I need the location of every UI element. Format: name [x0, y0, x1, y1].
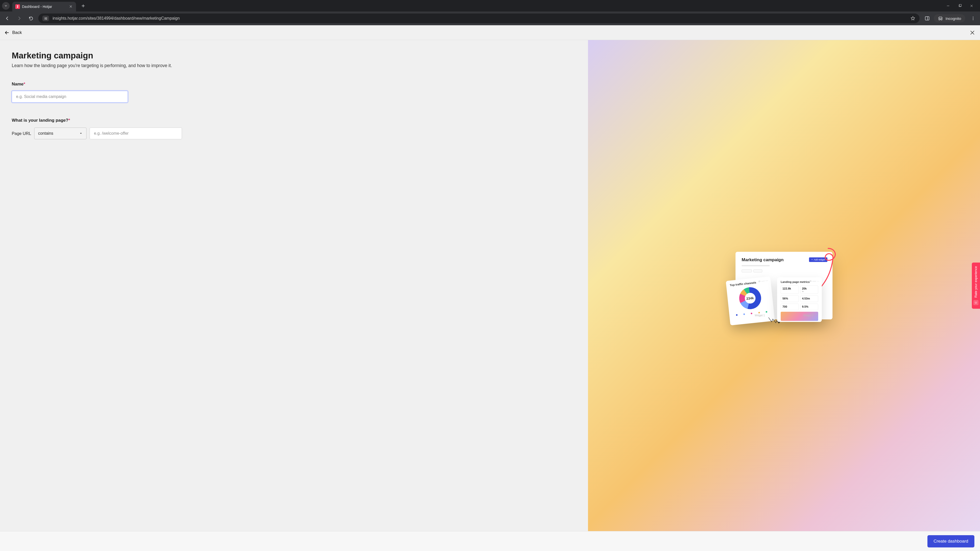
metric-sub: %	[802, 291, 817, 292]
metric-cell: 4.53m	[800, 295, 818, 302]
nav-reload-button[interactable]	[27, 14, 35, 23]
preview-footer: Widget 1 Widget 2	[735, 314, 832, 317]
reload-icon	[29, 16, 33, 21]
preview-chip	[753, 269, 762, 272]
name-input[interactable]	[12, 91, 128, 103]
svg-point-7	[973, 18, 974, 19]
page-title: Marketing campaign	[12, 51, 576, 60]
bookmark-button[interactable]	[910, 16, 915, 21]
metric-value: 9.5%	[802, 305, 817, 308]
window-maximize-button[interactable]	[958, 3, 962, 8]
svg-point-4	[46, 19, 47, 20]
preview-donut-card: Top traffic channels ⟳ ── ⋯ 234k	[726, 276, 775, 325]
svg-point-2	[46, 17, 47, 18]
close-icon	[970, 4, 974, 8]
svg-point-3	[45, 18, 46, 19]
panel-icon	[924, 16, 930, 21]
arrow-left-icon	[4, 30, 10, 35]
window-minimize-button[interactable]	[946, 3, 950, 8]
incognito-indicator[interactable]: Incognito	[934, 14, 965, 22]
smile-icon: ☺	[974, 300, 978, 305]
address-bar[interactable]: insights.hotjar.com/sites/3814994/dashbo…	[38, 14, 920, 23]
window-controls	[946, 3, 978, 8]
feedback-label: Rate your experience	[974, 266, 978, 298]
tab-close-button[interactable]	[68, 4, 73, 9]
browser-tabstrip: Dashboard - Hotjar	[0, 0, 980, 11]
page-url-label: Page URL	[12, 131, 31, 136]
preview-footer-label: Widget 2	[803, 314, 813, 317]
maximize-icon	[958, 4, 962, 7]
app-header: Back	[0, 25, 980, 40]
match-type-value: contains	[38, 131, 53, 136]
browser-menu-button[interactable]	[969, 16, 977, 21]
preview-chips	[741, 269, 826, 272]
back-label: Back	[12, 30, 22, 35]
close-icon	[69, 5, 73, 8]
side-panel-button[interactable]	[924, 16, 930, 21]
new-tab-button[interactable]	[80, 2, 87, 10]
preview-subbar	[741, 265, 770, 266]
metric-value: 4.53m	[802, 297, 817, 300]
metric-cell: 122.8k	[781, 286, 799, 294]
hotjar-favicon-icon	[15, 4, 20, 9]
donut-center-value: 234k	[738, 286, 762, 310]
metric-cell: 9.5%	[800, 303, 818, 310]
form-panel: Marketing campaign Learn how the landing…	[0, 40, 588, 531]
tune-icon	[44, 17, 48, 21]
page-url-input[interactable]	[89, 127, 182, 139]
minimize-icon	[946, 4, 950, 8]
svg-point-8	[973, 19, 974, 20]
metric-cell: 700	[781, 303, 799, 310]
svg-rect-1	[959, 4, 961, 6]
card-menu-icon: ⟳ ── ⋯	[810, 280, 819, 283]
metric-value: 56%	[783, 297, 797, 300]
incognito-label: Incognito	[945, 16, 961, 21]
preview-card: Marketing campaign + Add widget	[735, 252, 832, 319]
arrow-left-icon	[5, 16, 10, 21]
nav-forward-button[interactable]	[15, 14, 24, 23]
back-button[interactable]: Back	[4, 30, 22, 35]
caret-down-icon	[79, 132, 83, 135]
browser-toolbar: insights.hotjar.com/sites/3814994/dashbo…	[0, 11, 980, 25]
landing-page-label-text: What is your landing page?	[12, 118, 68, 123]
dialog-close-button[interactable]	[969, 29, 976, 36]
name-label: Name*	[12, 82, 576, 87]
metrics-grid: 122.8k 20k% 56% 4.53m 700 9.5%	[781, 286, 818, 310]
app-root: Back Marketing campaign Learn how the la…	[0, 25, 980, 551]
preview-chip	[741, 269, 752, 272]
nav-back-button[interactable]	[3, 14, 12, 23]
donut-chart: 234k	[738, 286, 762, 310]
toolbar-actions: Incognito	[923, 14, 977, 22]
metric-value: 20k	[802, 287, 817, 290]
feedback-tab[interactable]: Rate your experience ☺	[972, 262, 980, 309]
url-row: Page URL contains	[12, 127, 576, 139]
site-info-button[interactable]	[42, 16, 49, 21]
app-footer: Create dashboard	[0, 531, 980, 551]
landing-page-label: What is your landing page?*	[12, 118, 576, 123]
match-type-select[interactable]: contains	[34, 127, 86, 139]
svg-rect-5	[925, 17, 929, 20]
metric-value: 700	[783, 305, 797, 308]
plus-icon: +	[811, 259, 813, 261]
window-close-button[interactable]	[969, 3, 974, 8]
svg-point-6	[973, 17, 974, 17]
page-subtitle: Learn how the landing page you're target…	[12, 63, 576, 68]
required-asterisk: *	[24, 82, 25, 86]
preview-footer-label: Widget 1	[755, 314, 765, 317]
name-label-text: Name	[12, 82, 24, 86]
metric-value: 122.8k	[783, 287, 797, 290]
browser-tab[interactable]: Dashboard - Hotjar	[12, 2, 76, 11]
star-icon	[910, 16, 915, 21]
kebab-icon	[971, 16, 975, 21]
url-text: insights.hotjar.com/sites/3814994/dashbo…	[52, 16, 180, 21]
arrow-right-icon	[17, 16, 22, 21]
tab-search-button[interactable]	[2, 2, 10, 10]
preview-panel: Marketing campaign + Add widget	[588, 40, 980, 531]
incognito-icon	[938, 16, 943, 21]
create-dashboard-button[interactable]: Create dashboard	[928, 535, 974, 548]
chevron-down-icon	[4, 4, 7, 7]
app-body: Marketing campaign Learn how the landing…	[0, 40, 980, 531]
close-icon	[969, 30, 975, 35]
metric-cell: 20k%	[800, 286, 818, 294]
metric-cell: 56%	[781, 295, 799, 302]
